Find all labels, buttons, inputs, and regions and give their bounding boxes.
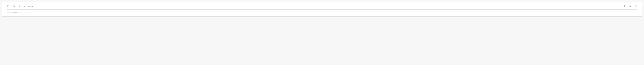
svg-line-1 [9,7,9,7]
close-button[interactable] [634,5,637,8]
search-icon [7,5,10,8]
search-input[interactable] [13,5,620,8]
search-controls [623,5,637,8]
search-row [7,5,637,10]
prev-result-button[interactable] [623,5,626,8]
close-icon [634,5,637,8]
find-in-exam-panel: Nenhum resultado encontrado [2,2,642,17]
search-status: Nenhum resultado encontrado [7,10,637,14]
next-result-button[interactable] [629,5,632,8]
arrow-up-icon [623,5,626,8]
status-message: Nenhum resultado encontrado [7,12,31,14]
arrow-down-icon [629,5,632,8]
